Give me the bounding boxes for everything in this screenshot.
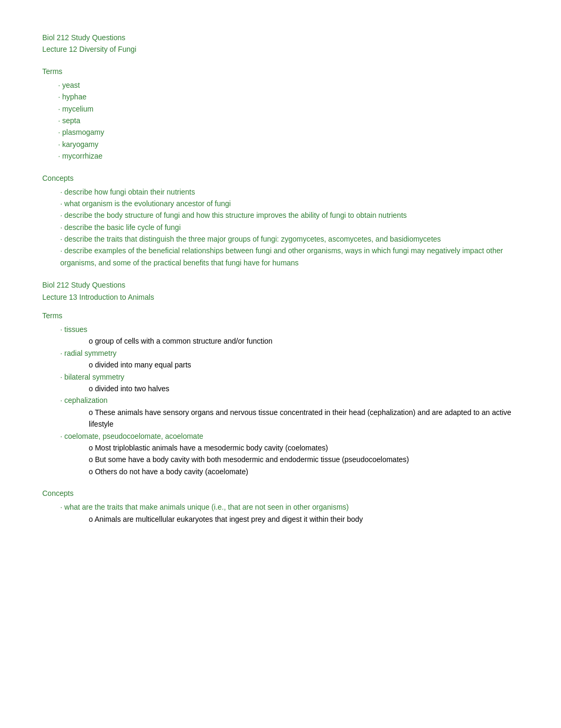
heading-animals-line1: Biol 212 Study Questions xyxy=(42,279,519,291)
term-plasmogamy: plasmogamy xyxy=(58,126,519,138)
fungi-terms-label: Terms xyxy=(42,66,519,77)
concept-fungi-6: describe examples of the beneficial rela… xyxy=(58,245,519,269)
term-mycorrhizae: mycorrhizae xyxy=(58,150,519,162)
concept-fungi-4: describe the basic life cycle of fungi xyxy=(58,222,519,233)
term-bilateral-symmetry: bilateral symmetry divided into two halv… xyxy=(58,371,519,395)
term-radial-symmetry: radial symmetry divided into many equal … xyxy=(58,347,519,371)
heading-animals-line2: Lecture 13 Introduction to Animals xyxy=(42,291,519,303)
radial-sub: divided into many equal parts xyxy=(60,359,519,371)
animals-terms-label: Terms xyxy=(42,310,519,321)
animals-concepts-label: Concepts xyxy=(42,488,519,499)
tissues-sub: group of cells with a common structure a… xyxy=(60,335,519,347)
heading-fungi-block: Biol 212 Study Questions Lecture 12 Dive… xyxy=(42,32,519,56)
term-tissues: tissues group of cells with a common str… xyxy=(58,324,519,347)
tissues-def: group of cells with a common structure a… xyxy=(87,335,519,347)
term-coelomate: coelomate, pseudocoelomate, acoelomate M… xyxy=(58,430,519,478)
animals-terms-section: Terms tissues group of cells with a comm… xyxy=(42,310,519,477)
concept-fungi-2: what organism is the evolutionary ancest… xyxy=(58,198,519,209)
cephalization-def: These animals have sensory organs and ne… xyxy=(87,407,519,430)
concept-fungi-3: describe the body structure of fungi and… xyxy=(58,209,519,221)
heading-animals-block: Biol 212 Study Questions Lecture 13 Intr… xyxy=(42,279,519,303)
coelomate-def-1: Most triploblastic animals have a mesode… xyxy=(87,442,519,454)
bilateral-sub: divided into two halves xyxy=(60,383,519,394)
concept-fungi-5: describe the traits that distinguish the… xyxy=(58,233,519,245)
coelomate-def-3: Others do not have a body cavity (acoelo… xyxy=(87,466,519,477)
concept-fungi-1: describe how fungi obtain their nutrient… xyxy=(58,186,519,198)
radial-def: divided into many equal parts xyxy=(87,359,519,371)
animals-concepts-section: Concepts what are the traits that make a… xyxy=(42,488,519,525)
term-yeast: yeast xyxy=(58,79,519,91)
term-mycelium: mycelium xyxy=(58,103,519,115)
bilateral-def: divided into two halves xyxy=(87,383,519,394)
concept-animals-1: what are the traits that make animals un… xyxy=(58,501,519,525)
fungi-term-list: yeast hyphae mycelium septa plasmogamy k… xyxy=(42,79,519,162)
concept-animals-1-def: Animals are multicellular eukaryotes tha… xyxy=(87,513,519,525)
coelomate-sub: Most triploblastic animals have a mesode… xyxy=(60,442,519,477)
concept-animals-1-sub: Animals are multicellular eukaryotes tha… xyxy=(60,513,519,525)
term-karyogamy: karyogamy xyxy=(58,139,519,150)
fungi-concepts-label: Concepts xyxy=(42,173,519,184)
fungi-terms-section: Terms yeast hyphae mycelium septa plasmo… xyxy=(42,66,519,162)
cephalization-sub: These animals have sensory organs and ne… xyxy=(60,407,519,430)
heading-fungi-line1: Biol 212 Study Questions xyxy=(42,32,519,43)
coelomate-def-2: But some have a body cavity with both me… xyxy=(87,454,519,465)
term-septa: septa xyxy=(58,115,519,126)
term-hyphae: hyphae xyxy=(58,91,519,103)
animals-concept-list: what are the traits that make animals un… xyxy=(42,501,519,525)
animals-term-list: tissues group of cells with a common str… xyxy=(42,324,519,477)
heading-fungi-line2: Lecture 12 Diversity of Fungi xyxy=(42,43,519,55)
term-cephalization: cephalization These animals have sensory… xyxy=(58,394,519,430)
fungi-concept-list: describe how fungi obtain their nutrient… xyxy=(42,186,519,269)
fungi-concepts-section: Concepts describe how fungi obtain their… xyxy=(42,173,519,269)
